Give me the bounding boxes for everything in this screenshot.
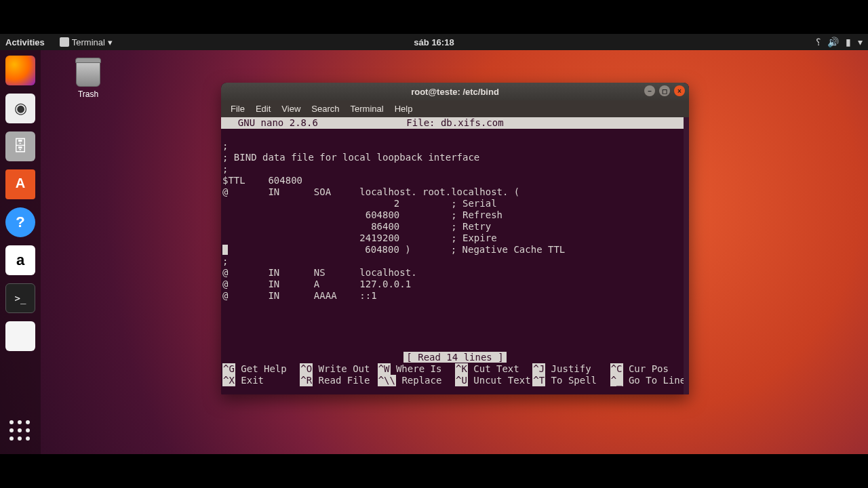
maximize-button[interactable]: ◻	[659, 85, 670, 96]
trash-label: Trash	[68, 89, 108, 99]
nano-shortcut: ^\\ Replace	[378, 375, 455, 386]
dock: ◉ 🗄 a	[0, 50, 41, 454]
nano-shortcut: ^X Exit	[222, 375, 300, 386]
window-titlebar[interactable]: root@teste: /etc/bind – ◻ ×	[221, 83, 689, 100]
nano-editor-area[interactable]: ;; BIND data file for local loopback int…	[221, 140, 689, 302]
nano-shortcut: ^J Justify	[532, 363, 610, 375]
nano-shortcut: ^R Read File	[300, 375, 377, 386]
battery-icon[interactable]: ▮	[846, 37, 851, 47]
nano-shortcut: ^O Write Out	[300, 363, 377, 375]
amazon-icon[interactable]: a	[5, 245, 35, 275]
clock[interactable]: sáb 16:18	[414, 37, 454, 47]
terminal-menubar: File Edit View Search Terminal Help	[221, 100, 689, 117]
firefox-icon[interactable]	[5, 56, 35, 85]
window-title: root@teste: /etc/bind	[411, 87, 499, 97]
nano-shortcut-bar: ^G Get Help^O Write Out^W Where Is^K Cut…	[221, 363, 689, 386]
nano-shortcut: ^_ Go To Line	[610, 375, 688, 386]
terminal-body[interactable]: GNU nano 2.8.6 File: db.xifs.com ;; BIND…	[221, 117, 689, 394]
trash-icon	[76, 60, 100, 87]
app-menu[interactable]: Terminal ▾	[60, 37, 113, 47]
files-icon[interactable]: 🗄	[5, 131, 35, 161]
terminal-app-icon[interactable]	[5, 283, 35, 313]
menu-search[interactable]: Search	[307, 102, 343, 115]
nano-shortcut: ^U Uncut Text	[455, 375, 532, 386]
libreoffice-icon[interactable]	[5, 321, 35, 351]
minimize-button[interactable]: –	[644, 85, 655, 96]
nano-shortcut: ^C Cur Pos	[610, 363, 688, 375]
nano-shortcut: ^T To Spell	[532, 375, 610, 386]
nano-shortcut: ^G Get Help	[222, 363, 300, 375]
menu-terminal[interactable]: Terminal	[347, 102, 388, 115]
rhythmbox-icon[interactable]: ◉	[5, 94, 35, 123]
nano-file-label: File: db.xifs.com	[406, 117, 503, 129]
nano-shortcut: ^K Cut Text	[455, 363, 532, 375]
nano-status-line: [ Read 14 lines ]	[221, 352, 689, 363]
menu-edit[interactable]: Edit	[252, 102, 275, 115]
menu-view[interactable]: View	[277, 102, 304, 115]
activities-button[interactable]: Activities	[5, 37, 45, 47]
app-menu-label: Terminal	[72, 37, 105, 47]
menu-help[interactable]: Help	[391, 102, 417, 115]
show-applications-button[interactable]	[9, 420, 31, 442]
close-button[interactable]: ×	[674, 85, 685, 96]
chevron-down-icon: ▾	[108, 37, 113, 47]
network-icon[interactable]: ⸮	[816, 37, 821, 47]
menu-file[interactable]: File	[226, 102, 249, 115]
nano-version: GNU nano 2.8.6	[226, 117, 318, 129]
terminal-small-icon	[60, 37, 69, 47]
help-icon[interactable]	[5, 207, 35, 237]
trash-desktop-icon[interactable]: Trash	[68, 60, 108, 99]
gnome-topbar: Activities Terminal ▾ sáb 16:18 ⸮ 🔊 ▮ ▾	[0, 34, 868, 50]
terminal-scrollbar[interactable]	[684, 117, 689, 394]
chevron-down-icon[interactable]: ▾	[858, 37, 863, 47]
system-tray[interactable]: ⸮ 🔊 ▮ ▾	[816, 37, 863, 47]
volume-icon[interactable]: 🔊	[827, 37, 839, 47]
nano-shortcut: ^W Where Is	[378, 363, 455, 375]
terminal-window: root@teste: /etc/bind – ◻ × File Edit Vi…	[221, 83, 689, 394]
nano-header: GNU nano 2.8.6 File: db.xifs.com	[221, 117, 689, 129]
ubuntu-software-icon[interactable]	[5, 169, 35, 199]
